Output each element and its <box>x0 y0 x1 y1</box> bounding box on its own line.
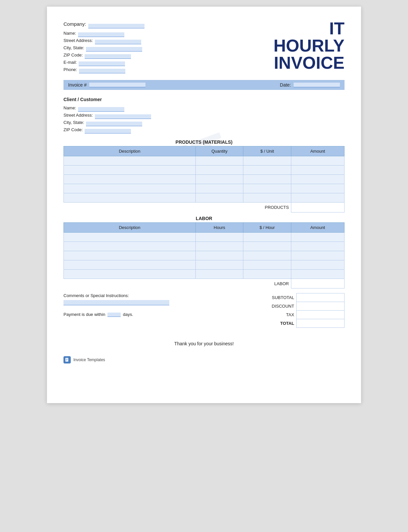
client-zip-field[interactable] <box>85 129 131 133</box>
table-row <box>64 166 345 175</box>
labor-section-title: LABOR <box>63 216 345 221</box>
labor-col-description: Description <box>64 222 196 232</box>
subtotal-value[interactable] <box>296 293 344 302</box>
title-it: IT <box>273 20 345 37</box>
products-col-amount: Amount <box>291 146 344 156</box>
totals-table: SUBTOTAL DISCOUNT TAX TOTAL <box>259 293 345 328</box>
labor-header-row: Description Hours $ / Hour Amount <box>64 222 345 232</box>
client-zip-label: ZIP Code: <box>63 127 83 132</box>
table-row <box>64 184 345 193</box>
client-name-row: Name: <box>63 104 345 112</box>
date-section: Date: <box>280 82 340 88</box>
invoice-num-label: Invoice # <box>68 82 87 88</box>
bottom-section: Comments or Special Instructions: Paymen… <box>63 293 345 328</box>
tax-value[interactable] <box>296 311 344 319</box>
street-field[interactable] <box>95 40 141 44</box>
labor-col-hours: Hours <box>196 222 243 232</box>
products-col-quantity: Quantity <box>196 146 243 156</box>
phone-row: Phone: <box>63 66 144 73</box>
city-row: City, State: <box>63 44 144 52</box>
tax-label: TAX <box>259 311 296 319</box>
title-invoice: INVOICE <box>273 54 345 71</box>
discount-row: DISCOUNT <box>259 302 345 311</box>
products-subtotal-value[interactable] <box>291 203 344 212</box>
comments-block: Comments or Special Instructions: Paymen… <box>63 293 259 317</box>
client-street-row: Street Address: <box>63 112 345 119</box>
title-block: IT HOURLY INVOICE <box>273 20 345 71</box>
table-row <box>64 193 345 203</box>
labor-col-amount: Amount <box>291 222 344 232</box>
labor-subtotal-value[interactable] <box>291 279 344 288</box>
svg-rect-3 <box>66 360 67 361</box>
client-name-field[interactable] <box>78 107 124 112</box>
title-hourly: HOURLY <box>273 37 345 54</box>
payment-before: Payment is due within <box>63 312 105 317</box>
date-field[interactable] <box>294 83 340 87</box>
client-street-label: Street Address: <box>63 113 93 118</box>
client-city-field[interactable] <box>86 122 142 126</box>
thank-you-text: Thank you for your business! <box>63 341 345 346</box>
table-row <box>64 251 345 260</box>
email-field[interactable] <box>79 61 125 66</box>
invoice-bar: Invoice # Date: <box>63 80 345 90</box>
zip-row: ZIP Code: <box>63 52 144 59</box>
total-label: TOTAL <box>259 319 296 328</box>
header-section: Company: Name: Street Address: City, Sta… <box>63 20 345 73</box>
comments-field[interactable] <box>63 300 169 305</box>
invoice-number-section: Invoice # <box>68 82 145 88</box>
invoice-page: IT Company: Name: Street Address: City, … <box>47 7 361 403</box>
discount-value[interactable] <box>296 302 344 311</box>
city-field[interactable] <box>86 47 142 52</box>
street-label: Street Address: <box>63 38 93 43</box>
tax-row: TAX <box>259 311 345 319</box>
client-street-field[interactable] <box>95 114 151 119</box>
email-row: E-mail: <box>63 59 144 66</box>
table-row <box>64 260 345 269</box>
name-row: Name: <box>63 30 144 37</box>
company-field[interactable] <box>88 24 144 28</box>
phone-label: Phone: <box>63 67 77 72</box>
document-icon <box>65 358 69 362</box>
client-city-label: City, State: <box>63 120 84 125</box>
company-row: Company: <box>63 20 144 28</box>
client-zip-row: ZIP Code: <box>63 126 345 133</box>
labor-table: Description Hours $ / Hour Amount LABOR <box>63 222 345 289</box>
products-col-unit: $ / Unit <box>243 146 291 156</box>
zip-label: ZIP Code: <box>63 53 83 57</box>
company-label: Company: <box>63 21 86 27</box>
phone-field[interactable] <box>79 69 125 73</box>
products-section-title: PRODUCTS (MATERIALS) <box>63 139 345 145</box>
comments-label: Comments or Special Instructions: <box>63 293 259 298</box>
email-label: E-mail: <box>63 60 77 65</box>
products-subtotal-label: PRODUCTS <box>243 203 291 212</box>
client-name-label: Name: <box>63 105 76 110</box>
labor-subtotal-label: LABOR <box>243 279 291 288</box>
table-row <box>64 175 345 184</box>
table-row <box>64 232 345 242</box>
products-subtotal-row: PRODUCTS <box>64 203 345 212</box>
payment-after: days. <box>123 312 133 317</box>
total-row: TOTAL <box>259 319 345 328</box>
street-row: Street Address: <box>63 37 144 44</box>
name-label: Name: <box>63 31 76 36</box>
payment-row: Payment is due within days. <box>63 312 259 317</box>
footer-icon <box>63 356 71 363</box>
client-city-row: City, State: <box>63 119 345 126</box>
discount-label: DISCOUNT <box>259 302 296 311</box>
svg-rect-2 <box>66 360 68 360</box>
total-value[interactable] <box>296 319 344 328</box>
zip-field[interactable] <box>85 54 131 59</box>
table-row <box>64 269 345 279</box>
products-col-description: Description <box>64 146 196 156</box>
subtotal-row: SUBTOTAL <box>259 293 345 302</box>
company-block: Company: Name: Street Address: City, Sta… <box>63 20 144 73</box>
table-row <box>64 156 345 166</box>
payment-days-field[interactable] <box>107 313 121 317</box>
date-label: Date: <box>280 82 291 88</box>
footer-text: Invoice Templates <box>73 358 105 362</box>
invoice-num-field[interactable] <box>89 83 145 87</box>
table-row <box>64 242 345 251</box>
name-field[interactable] <box>78 32 124 37</box>
labor-col-rate: $ / Hour <box>243 222 291 232</box>
client-title: Client / Customer <box>63 96 345 104</box>
